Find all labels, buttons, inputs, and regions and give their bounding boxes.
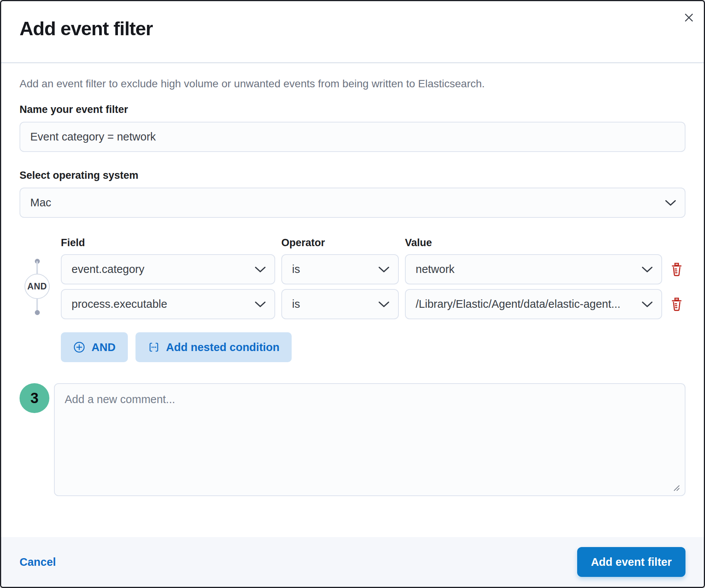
and-button-label: AND <box>91 341 116 354</box>
resize-handle-icon[interactable] <box>673 485 680 492</box>
condition-builder: Field Operator Value AND event.category <box>20 237 685 362</box>
condition-row: process.executable is /Library/Elastic/A… <box>20 289 685 319</box>
modal-description: Add an event filter to exclude high volu… <box>20 77 685 91</box>
chevron-down-icon <box>641 301 653 308</box>
comment-textarea[interactable] <box>54 383 685 496</box>
delete-condition-button[interactable] <box>668 289 685 319</box>
plus-circle-icon <box>73 341 85 353</box>
chevron-down-icon <box>378 301 390 308</box>
modal-body: Add an event filter to exclude high volu… <box>1 63 704 537</box>
modal-header: Add event filter <box>1 1 704 63</box>
add-nested-condition-label: Add nested condition <box>166 341 279 354</box>
chevron-down-icon <box>255 301 266 308</box>
field-column-label: Field <box>61 237 275 249</box>
chevron-down-icon <box>378 266 390 273</box>
field-select-value: event.category <box>72 263 144 276</box>
chevron-down-icon <box>641 266 653 273</box>
chevron-down-icon <box>665 199 676 206</box>
and-connector-badge: AND <box>24 274 50 299</box>
operator-select-value: is <box>292 298 300 310</box>
rail-dot <box>35 310 40 315</box>
field-select-value: process.executable <box>72 298 167 310</box>
nested-brackets-icon <box>148 341 160 353</box>
modal-footer: Cancel Add event filter <box>1 537 704 587</box>
trash-icon <box>670 297 684 311</box>
operator-column-label: Operator <box>281 237 399 249</box>
comment-section: 3 <box>20 383 685 498</box>
and-connector-rail: AND <box>20 254 55 318</box>
delete-condition-button[interactable] <box>668 254 685 284</box>
add-event-filter-button[interactable]: Add event filter <box>577 547 685 577</box>
filter-name-input[interactable] <box>20 122 685 152</box>
operator-select-value: is <box>292 263 300 276</box>
os-select[interactable]: Mac <box>20 188 685 218</box>
add-event-filter-modal: Add event filter Add an event filter to … <box>0 0 705 588</box>
close-icon <box>684 13 694 23</box>
trash-icon <box>670 263 684 276</box>
step-badge: 3 <box>20 383 49 413</box>
builder-column-labels: Field Operator Value <box>20 237 685 249</box>
and-button[interactable]: AND <box>61 332 128 362</box>
field-select[interactable]: event.category <box>61 254 275 284</box>
operator-select[interactable]: is <box>281 289 399 319</box>
page-title: Add event filter <box>20 17 685 40</box>
os-select-value: Mac <box>30 196 51 209</box>
condition-row: event.category is network <box>20 254 685 284</box>
builder-actions: AND Add nested condition <box>20 332 685 362</box>
filter-name-label: Name your event filter <box>20 104 685 116</box>
value-select-value: /Library/Elastic/Agent/data/elastic-agen… <box>416 298 620 310</box>
value-select[interactable]: network <box>405 254 662 284</box>
os-select-label: Select operating system <box>20 170 685 181</box>
value-select-value: network <box>416 263 455 276</box>
cancel-button[interactable]: Cancel <box>20 556 56 568</box>
operator-select[interactable]: is <box>281 254 399 284</box>
add-nested-condition-button[interactable]: Add nested condition <box>135 332 292 362</box>
close-icon[interactable] <box>681 10 697 26</box>
chevron-down-icon <box>255 266 266 273</box>
value-column-label: Value <box>405 237 662 249</box>
field-select[interactable]: process.executable <box>61 289 275 319</box>
value-select[interactable]: /Library/Elastic/Agent/data/elastic-agen… <box>405 289 662 319</box>
